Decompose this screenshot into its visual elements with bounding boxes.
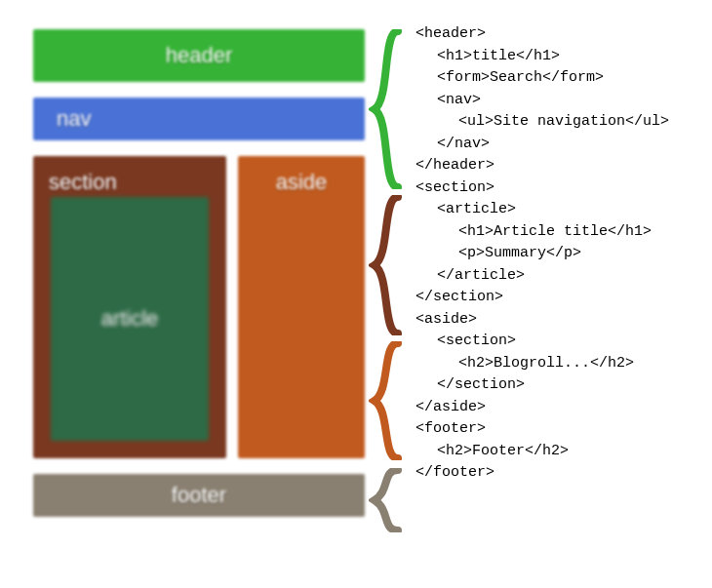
- header-block: header: [33, 29, 365, 82]
- code-line: </section>: [415, 374, 698, 397]
- code-line: </nav>: [415, 134, 698, 156]
- aside-block: aside: [238, 156, 365, 458]
- code-line: <form>Search</form>: [415, 67, 698, 90]
- code-line: <section>: [415, 331, 698, 353]
- code-line: <p>Summary</p>: [415, 243, 698, 265]
- code-line: </footer>: [415, 462, 698, 485]
- code-line: </article>: [415, 265, 698, 288]
- code-line: <ul>Site navigation</ul>: [415, 111, 698, 134]
- aside-label: aside: [276, 170, 328, 195]
- code-line: </header>: [415, 155, 698, 177]
- code-line: <footer>: [415, 418, 698, 441]
- code-line: <h1>Article title</h1>: [415, 221, 698, 244]
- code-line: <h2>Footer</h2>: [415, 441, 698, 463]
- article-label: article: [101, 306, 159, 332]
- brace-aside-icon: [369, 341, 408, 460]
- brace-column: [369, 29, 408, 556]
- brace-header-icon: [369, 29, 408, 189]
- section-label: section: [49, 170, 117, 195]
- code-line: <aside>: [415, 309, 698, 332]
- article-block: article: [51, 197, 209, 441]
- code-listing: <header><h1>title</h1><form>Search</form…: [415, 23, 698, 485]
- layout-diagram: header nav section article aside footer: [33, 29, 365, 556]
- code-line: <h1>title</h1>: [415, 46, 698, 68]
- code-line: <header>: [415, 23, 698, 46]
- code-line: <h2>Blogroll...</h2>: [415, 353, 698, 375]
- code-line: </section>: [415, 287, 698, 309]
- code-line: <section>: [415, 177, 698, 200]
- brace-section-icon: [369, 195, 408, 335]
- code-line: <article>: [415, 199, 698, 221]
- brace-footer-icon: [369, 468, 408, 532]
- code-line: <nav>: [415, 90, 698, 112]
- footer-label: footer: [172, 483, 226, 508]
- footer-block: footer: [33, 474, 365, 517]
- nav-label: nav: [57, 106, 91, 132]
- header-label: header: [166, 43, 233, 68]
- code-line: </aside>: [415, 397, 698, 419]
- nav-block: nav: [33, 98, 365, 140]
